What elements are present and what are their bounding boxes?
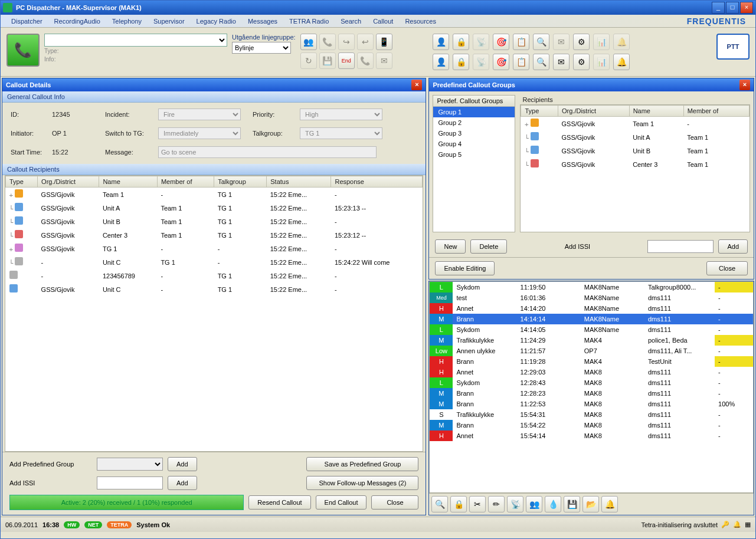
menu-messages[interactable]: Messages	[242, 17, 283, 26]
tool-icon-r1-9[interactable]: 🔔	[613, 54, 630, 70]
new-group-button[interactable]: New	[435, 239, 466, 254]
col-header[interactable]: Type	[521, 106, 558, 117]
group-item[interactable]: Group 3	[433, 128, 515, 139]
tool-icon-r0-6[interactable]: ✉	[553, 34, 570, 50]
table-row[interactable]: └ GSS/GjovikUnit BTeam 1TG 115:22 Eme...…	[6, 215, 423, 228]
tool-icon-r1-5[interactable]: 🔍	[533, 54, 549, 70]
group-item[interactable]: Group 1	[433, 107, 515, 117]
tool-icon-r0-2[interactable]: 📡	[473, 34, 489, 50]
predef-add-button[interactable]: Add	[718, 239, 748, 254]
menu-supervisor[interactable]: Supervisor	[148, 17, 191, 26]
groups-list[interactable]: Predef. Callout Groups Group 1Group 2Gro…	[433, 95, 515, 232]
message-input[interactable]	[158, 146, 377, 158]
table-row[interactable]: + GSS/GjovikTG 1--15:22 Eme...-	[6, 242, 423, 255]
col-header[interactable]: Org./District	[558, 106, 630, 117]
tb-icon-4[interactable]: ↩	[357, 34, 374, 50]
col-header[interactable]: Status	[267, 176, 331, 188]
col-header[interactable]: Member of	[683, 106, 749, 117]
tool-icon-r0-8[interactable]: 📊	[593, 34, 610, 50]
bottom-tool-7[interactable]: 💾	[564, 496, 580, 512]
bottom-tool-1[interactable]: 🔒	[450, 496, 467, 512]
enable-editing-button[interactable]: Enable Editing	[435, 261, 495, 275]
show-followup-button[interactable]: Show Follow-up Messages (2)	[306, 476, 418, 490]
menu-search[interactable]: Search	[335, 17, 367, 26]
linegroup-select[interactable]: Bylinje	[232, 42, 291, 54]
events-table[interactable]: LSykdom11:19:50MAK8NameTalkgroup8000...-…	[430, 282, 753, 441]
col-header[interactable]: Name	[629, 106, 683, 117]
priority-select[interactable]: High	[300, 109, 382, 120]
tb-icon-7[interactable]: 💾	[319, 52, 336, 69]
event-row[interactable]: HAnnet14:14:20MAK8Namedms111-	[430, 303, 753, 314]
menu-callout[interactable]: Callout	[367, 17, 399, 26]
bottom-tool-9[interactable]: 🔔	[601, 496, 618, 512]
recipients-table[interactable]: TypeOrg./DistrictNameMember ofTalkgroupS…	[5, 176, 423, 296]
col-header[interactable]: Response	[331, 176, 423, 188]
bottom-tool-8[interactable]: 📂	[582, 496, 599, 512]
table-row[interactable]: └ GSS/GjovikCenter 3Team 1TG 115:22 Eme.…	[6, 228, 423, 242]
bottom-tool-3[interactable]: ✏	[488, 496, 505, 512]
table-row[interactable]: └ GSS/GjovikUnit ATeam 1TG 115:22 Eme...…	[6, 201, 423, 215]
tool-icon-r0-4[interactable]: 📋	[513, 34, 529, 50]
event-row[interactable]: LowAnnen ulykke11:21:57OP7dms111, Ali T.…	[430, 346, 753, 356]
tool-icon-r0-3[interactable]: 🎯	[493, 34, 509, 50]
tool-icon-r0-1[interactable]: 🔒	[453, 34, 469, 50]
tb-icon-3[interactable]: ↪	[338, 34, 355, 50]
event-row[interactable]: HBrann11:19:28MAK4TestUnit-	[430, 356, 753, 367]
incident-select[interactable]: Fire	[158, 109, 241, 120]
end-button[interactable]: End	[338, 52, 355, 69]
predef-add-issi-input[interactable]	[647, 240, 714, 253]
tb-icon-8[interactable]: 📞	[357, 52, 374, 69]
event-row[interactable]: MBrann12:28:23MAK8dms111-	[430, 388, 753, 399]
event-row[interactable]: MBrann14:14:14MAK8Namedms111-	[430, 314, 753, 324]
event-row[interactable]: LSykdom11:19:50MAK8NameTalkgroup8000...-	[430, 282, 753, 292]
menu-resources[interactable]: Resources	[399, 17, 442, 26]
call-button[interactable]: 📞	[6, 34, 40, 67]
bottom-tool-6[interactable]: 💧	[545, 496, 561, 512]
event-row[interactable]: MBrann15:54:22MAK8dms111-	[430, 420, 753, 430]
tb-icon-6[interactable]: ↻	[300, 52, 317, 69]
tb-icon-2[interactable]: 📞	[319, 34, 336, 50]
add-group-select[interactable]	[97, 458, 163, 471]
tool-icon-r1-3[interactable]: 🎯	[493, 54, 509, 70]
tb-icon-1[interactable]: 👥	[300, 34, 317, 50]
tb-icon-5[interactable]: 📱	[376, 34, 392, 50]
group-item[interactable]: Group 5	[433, 149, 515, 160]
menu-legacyradio[interactable]: Legacy Radio	[191, 17, 242, 26]
bottom-tool-0[interactable]: 🔍	[431, 496, 448, 512]
tool-icon-r1-2[interactable]: 📡	[473, 54, 489, 70]
col-header[interactable]: Type	[6, 176, 38, 188]
menu-recordingaudio[interactable]: RecordingAudio	[48, 17, 106, 26]
tool-icon-r0-0[interactable]: 👤	[433, 34, 449, 50]
minimize-button[interactable]: _	[712, 2, 725, 14]
table-row[interactable]: └ GSS/GjovikCenter 3Team 1	[521, 157, 750, 171]
end-callout-button[interactable]: End Callout	[316, 495, 367, 510]
event-row[interactable]: MBrann11:22:53MAK8dms111100%	[430, 399, 753, 409]
event-row[interactable]: MTrafikkulykke11:24:29MAK4police1, Beda-	[430, 335, 753, 346]
maximize-button[interactable]: □	[726, 2, 739, 14]
bottom-tool-5[interactable]: 👥	[526, 496, 542, 512]
tool-icon-r1-0[interactable]: 👤	[433, 54, 449, 70]
menu-telephony[interactable]: Telephony	[106, 17, 148, 26]
event-row[interactable]: Medtest16:01:36MAK8Namedms111-	[430, 292, 753, 303]
tb-icon-9[interactable]: ✉	[376, 52, 392, 69]
event-row[interactable]: STrafikkulykke15:54:31MAK8dms111-	[430, 409, 753, 420]
tool-icon-r0-9[interactable]: 🔔	[613, 34, 630, 50]
tool-icon-r1-1[interactable]: 🔒	[453, 54, 469, 70]
switch-select[interactable]: Immediately	[158, 127, 241, 139]
col-header[interactable]: Name	[99, 176, 157, 188]
bottom-tool-2[interactable]: ✂	[469, 496, 486, 512]
event-row[interactable]: LSykdom14:14:05MAK8Namedms111-	[430, 324, 753, 335]
tool-icon-r1-8[interactable]: 📊	[593, 54, 610, 70]
tool-icon-r1-6[interactable]: ✉	[553, 54, 570, 70]
bottom-tool-4[interactable]: 📡	[507, 496, 523, 512]
group-item[interactable]: Group 4	[433, 139, 515, 149]
table-row[interactable]: + GSS/GjovikTeam 1-TG 115:22 Eme...-	[6, 188, 423, 202]
table-row[interactable]: └ -Unit CTG 1-15:22 Eme...15:24:22 Will …	[6, 255, 423, 269]
table-row[interactable]: GSS/GjovikUnit C-TG 115:22 Eme...-	[6, 282, 423, 296]
table-row[interactable]: + GSS/GjovikTeam 1-	[521, 117, 750, 131]
predef-close-button[interactable]: Close	[706, 261, 748, 275]
predef-recipients-table[interactable]: TypeOrg./DistrictNameMember of + GSS/Gjo…	[521, 105, 750, 171]
close-callout-panel[interactable]: ×	[411, 80, 422, 90]
col-header[interactable]: Talkgroup	[214, 176, 267, 188]
table-row[interactable]: └ GSS/GjovikUnit BTeam 1	[521, 144, 750, 157]
